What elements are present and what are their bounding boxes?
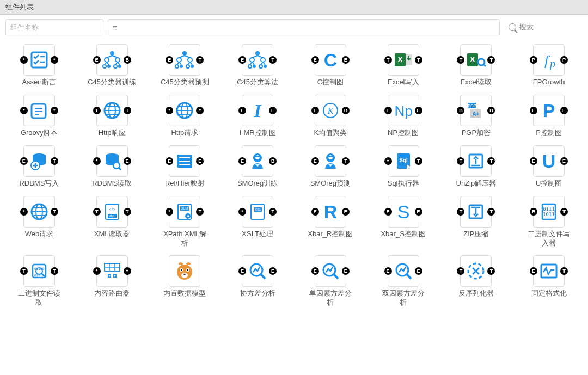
component-label: XSLT处理	[242, 230, 273, 239]
component-item[interactable]: PPFPGrowth	[515, 44, 583, 87]
panel-title-text: 组件列表	[5, 3, 34, 11]
component-label: Assert断言	[22, 78, 56, 87]
component-item[interactable]: 内置数据模型	[151, 255, 219, 308]
component-label: Xbar_S控制图	[381, 230, 425, 239]
component-icon-box: BB	[460, 95, 492, 126]
component-item[interactable]: ETC45分类算法	[224, 44, 291, 87]
list-icon	[174, 150, 195, 172]
component-label: Sql执行器	[388, 179, 419, 188]
component-item[interactable]: TTUnZip解压器	[443, 145, 510, 188]
letterI-icon	[247, 100, 268, 121]
port-badge-right: *	[51, 56, 58, 64]
port-badge-left: E	[530, 107, 537, 114]
component-item[interactable]: EEXbar_R控制图	[297, 196, 364, 248]
component-item[interactable]: *TXSLT处理	[224, 196, 291, 248]
port-badge-right: P	[560, 56, 568, 64]
component-item[interactable]: EENP控制图	[370, 95, 437, 138]
component-label: UnZip解压器	[456, 179, 497, 188]
component-item[interactable]: EEXbar_S控制图	[370, 196, 437, 248]
port-badge-left: E	[238, 56, 246, 64]
component-label: 二进制文件写入器	[524, 230, 573, 248]
component-label: P控制图	[536, 128, 562, 138]
component-item[interactable]: TTZIP压缩	[443, 196, 510, 248]
component-item[interactable]: *TSql执行器	[370, 145, 437, 188]
component-item[interactable]: TTExcel读取	[443, 44, 510, 87]
component-item[interactable]: EEP控制图	[515, 95, 583, 138]
component-label: NP控制图	[388, 128, 419, 138]
component-item[interactable]: EBSMOreg训练	[224, 145, 291, 188]
port-badge-right: T	[196, 208, 204, 216]
component-item[interactable]: EEC控制图	[297, 44, 364, 87]
component-item[interactable]: TTXML读取器	[78, 196, 146, 248]
wave-icon	[538, 260, 560, 282]
component-item[interactable]: EEU控制图	[515, 145, 583, 188]
component-icon-box	[169, 255, 200, 287]
component-item[interactable]: ET固定格式化	[515, 255, 583, 308]
port-badge-left: E	[311, 107, 319, 114]
component-item[interactable]: *TWeb请求	[5, 196, 73, 248]
letterU-icon	[538, 150, 560, 172]
hamburger-icon: ≡	[113, 23, 118, 32]
component-item[interactable]: ETC45分类器预测	[151, 44, 219, 87]
component-icon-box: *E	[96, 145, 128, 177]
port-badge-right: E	[196, 157, 204, 165]
component-label: XML读取器	[94, 230, 130, 239]
component-item[interactable]: ETSMOreg预测	[297, 145, 364, 188]
component-item[interactable]: TT反序列化器	[443, 255, 510, 308]
person-icon	[320, 150, 341, 172]
component-item[interactable]: EBK均值聚类	[297, 95, 364, 138]
component-item[interactable]: **Groovy脚本	[5, 95, 73, 138]
search-box[interactable]: 搜索	[504, 19, 583, 35]
port-badge-left: *	[20, 107, 28, 114]
port-badge-right: E	[342, 208, 350, 216]
component-grid: **Assert断言EBC45分类器训练ETC45分类器预测ETC45分类算法E…	[0, 40, 588, 312]
port-badge-left: E	[311, 267, 319, 275]
component-label: PGP加密	[462, 128, 491, 138]
component-item[interactable]: TTExcel写入	[370, 44, 437, 87]
component-name-input[interactable]	[5, 19, 103, 35]
component-icon-box: **	[23, 44, 55, 76]
component-label: 内置数据模型	[163, 289, 206, 298]
port-badge-right: E	[415, 208, 422, 216]
component-item[interactable]: **Assert断言	[5, 44, 73, 87]
letterC-icon	[320, 49, 341, 71]
port-badge-right: E	[560, 107, 568, 114]
component-type-select[interactable]: ≡	[108, 19, 500, 35]
port-badge-right: E	[415, 107, 422, 114]
component-item[interactable]: EBC45分类器训练	[78, 44, 146, 87]
component-item[interactable]: EE协方差分析	[224, 255, 291, 308]
component-item[interactable]: EE双因素方差分析	[370, 255, 437, 308]
port-badge-right: T	[487, 56, 495, 64]
component-icon-box: TT	[96, 196, 128, 228]
component-icon-box: ET	[23, 145, 55, 177]
port-badge-left: T	[93, 107, 101, 114]
component-icon-box: EE	[315, 255, 346, 287]
component-label: I-MR控制图	[240, 128, 276, 138]
component-item[interactable]: ETRDBMS写入	[5, 145, 73, 188]
component-item[interactable]: EEI-MR控制图	[224, 95, 291, 138]
component-item[interactable]: EERel/Hier映射	[151, 145, 219, 188]
analyze-icon	[247, 260, 268, 282]
component-label: C45分类算法	[237, 78, 278, 87]
component-item[interactable]: TT二进制文件读取	[5, 255, 73, 308]
component-item[interactable]: *ERDBMS读取	[78, 145, 146, 188]
component-label: RDBMS读取	[92, 179, 132, 188]
component-icon-box: EE	[388, 95, 419, 126]
component-item[interactable]: **Http请求	[151, 95, 219, 138]
xsl-icon	[247, 201, 268, 223]
component-icon-box: EE	[388, 255, 419, 287]
component-item[interactable]: *TXPath XML解析	[151, 196, 219, 248]
component-icon-box: *T	[388, 145, 419, 177]
component-label: 单因素方差分析	[306, 289, 355, 308]
analyze-icon	[393, 260, 414, 282]
port-badge-right: E	[124, 157, 131, 165]
component-item[interactable]: EE单因素方差分析	[297, 255, 364, 308]
port-badge-right: E	[342, 267, 350, 275]
component-item[interactable]: BBPGP加密	[443, 95, 510, 138]
component-item[interactable]: **内容路由器	[78, 255, 146, 308]
port-badge-left: E	[166, 157, 173, 165]
port-badge-left: E	[530, 157, 537, 165]
component-item[interactable]: BT二进制文件写入器	[515, 196, 583, 248]
component-item[interactable]: TTHttp响应	[78, 95, 146, 138]
component-icon-box: EB	[242, 145, 273, 177]
